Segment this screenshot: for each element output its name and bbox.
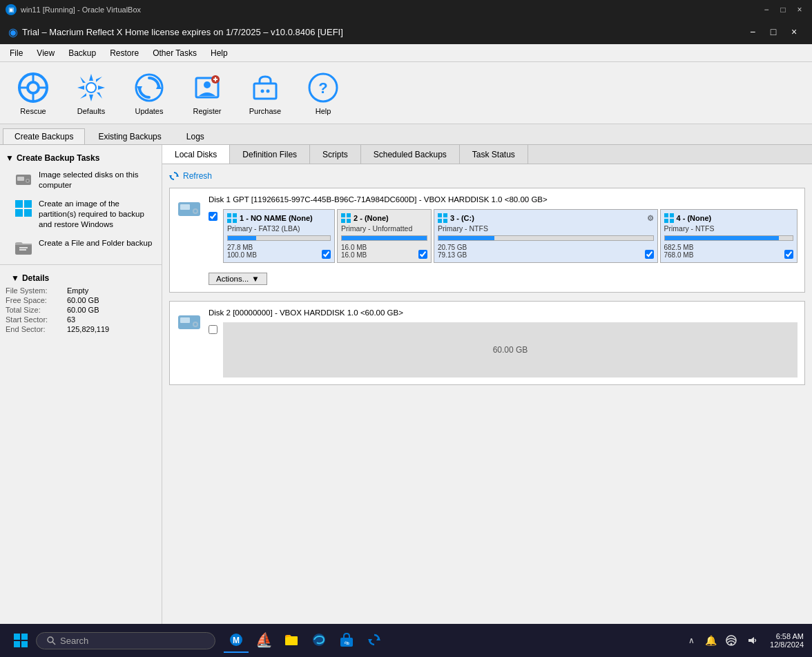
svg-rect-43 [347,213,351,217]
details-collapse-icon: ▼ [11,273,19,283]
detail-totalsize: Total Size: 60.00 GB [6,305,156,315]
startsector-value: 63 [67,315,75,324]
svg-point-57 [194,323,197,326]
details-header[interactable]: ▼ Details [6,271,156,286]
file-folder-icon [14,238,33,257]
svg-rect-16 [254,84,276,99]
p3-bar [438,235,654,241]
p2-bar [341,235,427,241]
sidebar-item-image-partitions[interactable]: Create an image of the partition(s) requ… [0,195,162,234]
create-backup-tasks-header[interactable]: ▼ Create Backup Tasks [0,150,162,166]
macrium-taskbar-icon: M [229,632,244,647]
disk2-header: Disk 2 [00000000] - VBOX HARDDISK 1.0 <6… [209,308,798,317]
svg-rect-59 [21,634,28,640]
taskbar-app-boat[interactable]: ⛵ [251,628,276,653]
register-button[interactable]: Register [185,68,229,118]
rescue-button[interactable]: Rescue [11,68,55,118]
app-window: ◉ Trial – Macrium Reflect X Home license… [0,19,812,624]
detail-filesystem: File System: Empty [6,286,156,295]
inner-tab-task-status[interactable]: Task Status [460,145,528,164]
vm-titlebar-controls: − □ × [760,4,806,15]
purchase-button[interactable]: Purchase [243,68,287,118]
disk-icon [14,170,33,189]
svg-rect-22 [17,177,24,181]
svg-line-63 [52,642,55,645]
p3-win-icon [438,213,447,223]
taskbar-search[interactable]: Search [36,632,215,649]
sidebar-item-image-disks[interactable]: Image selected disks on this computer [0,166,162,195]
p1-checkbox[interactable] [322,250,331,259]
inner-tab-scheduled-backups[interactable]: Scheduled Backups [361,145,460,164]
menu-view[interactable]: View [30,47,61,59]
svg-rect-28 [24,209,32,217]
disk2-checkbox[interactable] [209,325,218,334]
actions-button[interactable]: Actions... ▼ [209,273,267,285]
help-button[interactable]: ? Help [301,68,345,118]
disk-content: Refresh [162,164,812,624]
taskbar-app-store[interactable]: 🛍 [334,628,359,653]
svg-rect-52 [664,219,668,223]
p2-title: 2 - (None) [341,213,427,223]
disk2-unallocated-label: 60.00 GB [493,345,528,355]
start-button[interactable] [8,628,33,653]
p2-checkbox[interactable] [418,250,427,259]
disk1-icon [177,198,202,221]
refresh-button[interactable]: Refresh [169,171,805,181]
svg-rect-40 [227,219,231,223]
create-backup-tasks-label: Create Backup Tasks [17,153,100,163]
menu-backup[interactable]: Backup [61,47,103,59]
disk1-checkbox[interactable] [209,212,218,221]
tray-network-icon[interactable] [723,632,740,649]
windows-start-icon [14,634,28,647]
p1-bar-fill [228,236,256,240]
inner-tab-local-disks[interactable]: Local Disks [162,145,230,164]
sidebar-item-file-folder[interactable]: Create a File and Folder backup [0,234,162,262]
sidebar-item-file-folder-label: Create a File and Folder backup [39,238,156,248]
details-section: ▼ Details File System: Empty Free Space:… [0,264,162,340]
tray-notification-icon[interactable]: 🔔 [702,632,719,649]
refresh-icon [169,171,179,181]
app-titlebar-controls: − □ × [743,22,804,41]
windows-icon [14,199,33,218]
p3-checkbox[interactable] [645,250,654,259]
svg-rect-45 [347,219,351,223]
svg-rect-27 [15,209,23,217]
purchase-label: Purchase [249,107,281,115]
tab-logs[interactable]: Logs [175,128,216,144]
inner-tab-definition-files[interactable]: Definition Files [230,145,310,164]
p4-bar [664,235,794,241]
content-pane: Local Disks Definition Files Scripts Sch… [162,145,812,624]
updates-button[interactable]: Updates [127,68,171,118]
menu-file[interactable]: File [3,47,30,59]
tab-existing-backups[interactable]: Existing Backups [86,128,173,144]
menu-restore[interactable]: Restore [103,47,146,59]
vm-maximize-btn[interactable]: □ [776,4,790,15]
app-minimize-btn[interactable]: − [743,22,762,41]
p4-win-icon [664,213,674,223]
tray-volume-icon[interactable] [744,632,760,649]
taskbar-app-macrium[interactable]: M [224,628,249,653]
defaults-button[interactable]: Defaults [69,68,113,118]
filesystem-value: Empty [67,286,88,295]
menu-help[interactable]: Help [204,47,235,59]
taskbar-clock[interactable]: 6:58 AM 12/8/2024 [770,632,804,649]
vm-minimize-btn[interactable]: − [760,4,773,15]
tab-create-backups[interactable]: Create Backups [3,128,85,144]
svg-point-62 [48,637,53,643]
vm-close-btn[interactable]: × [793,4,806,15]
inner-tab-scripts[interactable]: Scripts [310,145,361,164]
p4-checkbox[interactable] [784,250,793,259]
taskbar-app-edge[interactable] [307,628,331,653]
tabs-row: Create Backups Existing Backups Logs [0,124,812,145]
inner-tabs: Local Disks Definition Files Scripts Sch… [162,145,812,164]
totalsize-value: 60.00 GB [67,306,99,314]
taskbar-app-sync[interactable] [362,628,387,653]
svg-rect-25 [15,200,23,208]
app-maximize-btn[interactable]: □ [764,22,783,41]
svg-rect-50 [664,213,668,217]
menu-other-tasks[interactable]: Other Tasks [146,47,204,59]
taskbar-app-files[interactable] [279,628,304,653]
tray-chevron-icon[interactable]: ∧ [684,634,698,647]
app-close-btn[interactable]: × [784,22,804,41]
actions-arrow-icon: ▼ [251,275,259,283]
